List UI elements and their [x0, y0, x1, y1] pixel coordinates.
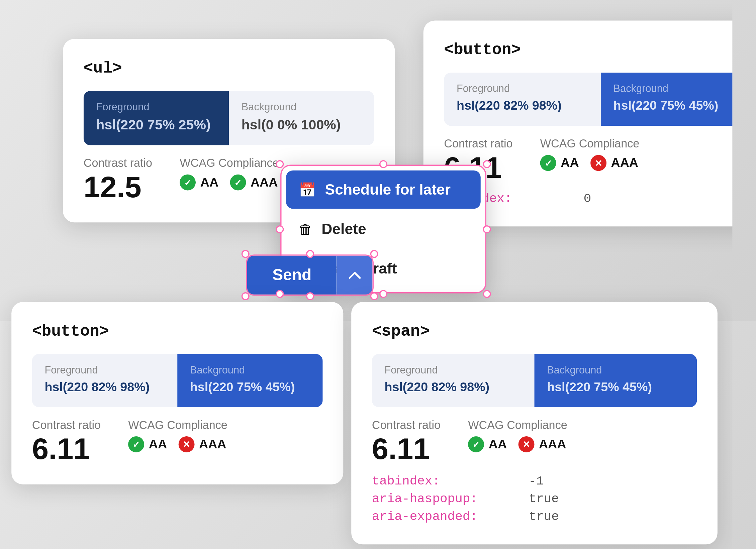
handle-bl — [276, 290, 284, 298]
ul-contrast-label: Contrast ratio — [84, 157, 152, 170]
ul-fg-label: Foreground — [96, 101, 216, 113]
send-handle-tl — [242, 250, 250, 258]
dropdown-item-delete[interactable]: 🗑 Delete — [286, 210, 481, 248]
span-fg-label: Foreground — [384, 364, 522, 376]
ul-aa-label: AA — [200, 175, 218, 190]
schedule-icon: 📅 — [299, 182, 316, 198]
ul-wcag-label: WCAG Compliance — [180, 157, 279, 170]
span-expanded-key: aria-expanded: — [372, 510, 515, 524]
btn-bot-wcag-label: WCAG Compliance — [128, 419, 227, 432]
btn-top-fg-value: hsl(220 82% 98%) — [457, 98, 588, 113]
handle-mr — [483, 225, 491, 233]
btn-bot-aa-label: AA — [149, 437, 167, 452]
card-button-bottom: <button> Foreground hsl(220 82% 98%) Bac… — [11, 302, 343, 484]
send-button-arrow[interactable] — [337, 256, 373, 295]
handle-br — [483, 290, 491, 298]
send-handle-tm — [306, 250, 314, 258]
span-bg-label: Background — [547, 364, 684, 376]
btn-bot-contrast-value: 6.11 — [32, 434, 101, 464]
ul-contrast-value: 12.5 — [84, 172, 152, 202]
delete-label: Delete — [321, 220, 366, 238]
btn-bot-aaa-badge: ✕ AAA — [178, 436, 226, 452]
span-haspopup-key: aria-haspopup: — [372, 492, 515, 506]
span-bg-value: hsl(220 75% 45%) — [547, 380, 684, 395]
span-aa-label: AA — [489, 437, 507, 452]
send-handle-bl — [242, 292, 250, 300]
handle-tr — [483, 160, 491, 168]
btn-bot-aa-badge: ✓ AA — [128, 436, 167, 452]
btn-bot-bg-label: Background — [190, 364, 310, 376]
ul-aa-check: ✓ — [180, 175, 196, 191]
ul-bg-label: Background — [242, 101, 362, 113]
send-button[interactable]: Send — [246, 254, 374, 296]
span-tabindex-key: tabindex: — [372, 474, 515, 488]
btn-bot-contrast-label: Contrast ratio — [32, 419, 101, 432]
send-button-main[interactable]: Send — [247, 256, 337, 295]
schedule-label: Schedule for later — [325, 181, 451, 198]
ul-aaa-badge: ✓ AAA — [230, 175, 278, 191]
span-aaa-x: ✕ — [518, 436, 534, 452]
span-haspopup-val: true — [529, 492, 559, 506]
ul-fg-value: hsl(220 75% 25%) — [96, 117, 216, 133]
btn-top-contrast-label: Contrast ratio — [444, 137, 512, 150]
handle-tl — [276, 160, 284, 168]
handle-bm — [379, 290, 387, 298]
span-aaa-label: AAA — [539, 437, 566, 452]
ul-aaa-label: AAA — [251, 175, 278, 190]
handle-ml — [276, 225, 284, 233]
btn-top-aaa-x: ✕ — [590, 155, 606, 171]
btn-top-aa-badge: ✓ AA — [540, 155, 579, 171]
send-handle-bm — [306, 292, 314, 300]
btn-bot-fg-label: Foreground — [44, 364, 165, 376]
span-aa-badge: ✓ AA — [468, 436, 507, 452]
btn-bot-aaa-x: ✕ — [178, 436, 194, 452]
btn-top-aaa-label: AAA — [611, 155, 638, 170]
card-button-bottom-tag: <button> — [32, 323, 323, 340]
span-aa-check: ✓ — [468, 436, 484, 452]
btn-top-aaa-badge: ✕ AAA — [590, 155, 638, 171]
delete-icon: 🗑 — [299, 221, 312, 237]
card-ul-tag: <ul> — [84, 60, 374, 77]
dropdown-item-schedule[interactable]: 📅 Schedule for later — [286, 171, 481, 209]
btn-bot-aaa-label: AAA — [199, 437, 226, 452]
btn-bot-fg-value: hsl(220 82% 98%) — [44, 380, 165, 395]
btn-bot-aa-check: ✓ — [128, 436, 144, 452]
btn-top-aa-label: AA — [561, 155, 579, 170]
btn-top-tabindex-val: 0 — [584, 192, 591, 206]
span-tabindex-val: -1 — [529, 474, 544, 488]
chevron-up-icon — [349, 271, 361, 279]
span-contrast-value: 6.11 — [372, 434, 441, 464]
ul-bg-value: hsl(0 0% 100%) — [242, 117, 362, 133]
btn-top-bg-value: hsl(220 75% 45%) — [613, 98, 733, 113]
span-expanded-val: true — [529, 510, 559, 524]
card-span: <span> Foreground hsl(220 82% 98%) Backg… — [351, 302, 718, 544]
send-button-wrapper: Send — [246, 254, 374, 296]
btn-top-aa-check: ✓ — [540, 155, 556, 171]
span-contrast-label: Contrast ratio — [372, 419, 441, 432]
span-fg-value: hsl(220 82% 98%) — [384, 380, 522, 395]
btn-top-bg-label: Background — [613, 83, 733, 95]
handle-tm — [379, 160, 387, 168]
card-span-tag: <span> — [372, 323, 697, 340]
span-aaa-badge: ✕ AAA — [518, 436, 566, 452]
ul-aa-badge: ✓ AA — [180, 175, 218, 191]
card-button-top-tag: <button> — [444, 41, 732, 59]
btn-bot-bg-value: hsl(220 75% 45%) — [190, 380, 310, 395]
span-wcag-label: WCAG Compliance — [468, 419, 567, 432]
send-handle-br — [370, 292, 378, 300]
btn-top-wcag-label: WCAG Compliance — [540, 137, 640, 150]
ul-aaa-check: ✓ — [230, 175, 246, 191]
btn-top-fg-label: Foreground — [457, 83, 588, 95]
